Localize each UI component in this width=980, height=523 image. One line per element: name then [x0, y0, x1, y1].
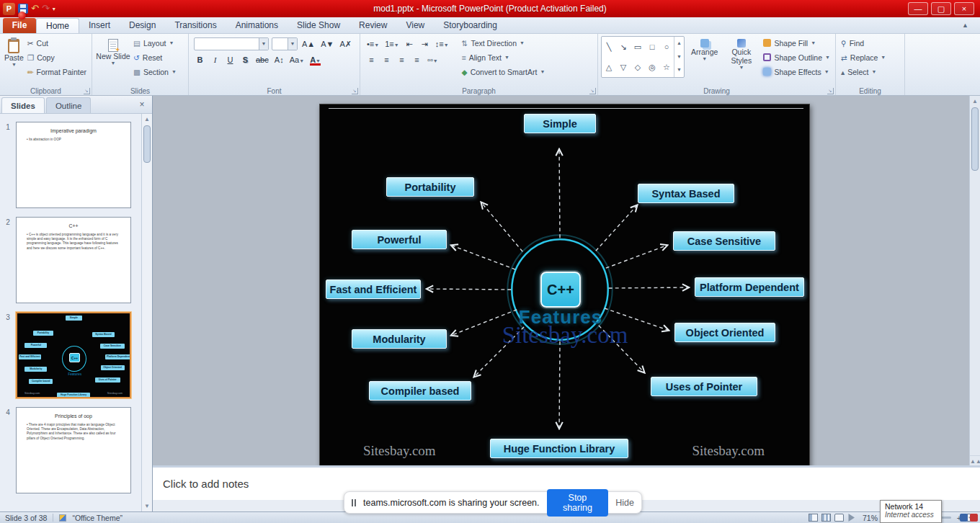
shape-fill-button[interactable]: Shape Fill▼ [761, 36, 832, 50]
shrink-font-button[interactable]: A▼ [319, 37, 335, 50]
text-direction-button[interactable]: ⇅Text Direction▼ [460, 36, 548, 50]
restore-button[interactable]: ▢ [931, 2, 951, 15]
find-button[interactable]: ⚲Find [839, 36, 901, 50]
notes-placeholder[interactable]: Click to add notes [153, 468, 980, 490]
slide-thumbnail-1[interactable]: Imperative paradigm• Its abstraction in … [16, 122, 131, 208]
ribbon-tab-home[interactable]: Home [36, 18, 79, 33]
ribbon-tab-animations[interactable]: Animations [226, 18, 288, 33]
convert-smartart-button[interactable]: ◆Convert to SmartArt▼ [460, 65, 548, 79]
shape-circle-icon[interactable]: ◎ [645, 57, 659, 77]
ribbon-tab-transitions[interactable]: Transitions [165, 18, 226, 33]
file-tab[interactable]: File [3, 18, 36, 33]
clear-formatting-button[interactable]: A✗ [338, 37, 353, 50]
minimize-ribbon-icon[interactable]: ▲ [962, 22, 968, 29]
feature-box-uses-of-pointer[interactable]: Uses of Pointer [651, 377, 757, 396]
shape-outline-button[interactable]: Shape Outline▼ [761, 50, 832, 64]
columns-button[interactable]: ▫▫▼ [426, 53, 440, 66]
select-button[interactable]: ▴Select▼ [839, 65, 901, 79]
shape-square-icon[interactable]: □ [645, 37, 659, 57]
tray-blue-icon[interactable] [960, 514, 968, 522]
slide-thumbnail-4[interactable]: Principles of oop• There are 4 major pri… [16, 407, 131, 493]
close-button[interactable]: × [954, 2, 974, 15]
feature-box-powerful[interactable]: Powerful [352, 230, 447, 249]
ribbon-tab-review[interactable]: Review [349, 18, 396, 33]
main-scrollbar-thumb[interactable] [971, 107, 979, 171]
tab-slides[interactable]: Slides [1, 97, 45, 113]
ribbon-tab-view[interactable]: View [396, 18, 434, 33]
shape-arrow-icon[interactable]: ↘ [616, 37, 631, 57]
slide-canvas[interactable]: Features Sitesbay.com C++ Sitesbay.com S… [319, 104, 810, 470]
shape-line-icon[interactable]: ╲ [602, 37, 616, 57]
grow-font-button[interactable]: A▲ [300, 37, 316, 50]
font-name-combobox[interactable]: ▼ [194, 37, 269, 50]
italic-button[interactable]: I [209, 53, 221, 66]
previous-slide-button[interactable]: ▲▲ [970, 455, 980, 466]
shapes-scroll-up-icon[interactable]: ▲ [674, 37, 684, 50]
normal-view-button[interactable] [808, 514, 818, 522]
shape-triangle-down-icon[interactable]: ▽ [616, 57, 631, 77]
align-left-button[interactable]: ≡ [365, 53, 378, 66]
clipboard-dialog-launcher[interactable]: ↘ [84, 88, 90, 94]
qat-customize-icon[interactable]: ▾ [53, 6, 55, 12]
feature-box-simple[interactable]: Simple [524, 114, 596, 133]
center-cpp-box[interactable]: C++ [540, 272, 581, 308]
layout-button[interactable]: ▤Layout▼ [131, 36, 179, 50]
cut-button[interactable]: ✂Cut [25, 36, 89, 50]
stop-sharing-button[interactable]: Stop sharing [547, 489, 609, 517]
close-panel-icon[interactable]: × [136, 99, 148, 109]
main-scrollbar[interactable]: ▲ ▲▲ ▼▼ [969, 96, 980, 477]
slide-thumbnail-2[interactable]: C++• C++ is object oriented programming … [16, 217, 131, 303]
arrange-button[interactable]: Arrange▼ [687, 36, 721, 84]
copy-button[interactable]: ❐Copy [25, 50, 89, 64]
feature-box-syntax-based[interactable]: Syntax Based [638, 184, 734, 203]
hide-share-bar-button[interactable]: Hide [615, 498, 634, 508]
new-slide-button[interactable]: ✦ New Slide▼ [95, 36, 131, 84]
feature-box-compiler-based[interactable]: Compiler based [369, 381, 471, 401]
slide-show-button[interactable] [847, 514, 855, 522]
feature-box-portability[interactable]: Portability [386, 177, 474, 197]
shape-diamond-icon[interactable]: ◇ [631, 57, 645, 77]
shapes-more-icon[interactable]: ▼ [674, 63, 684, 77]
feature-box-modularity[interactable]: Modularity [352, 329, 447, 349]
feature-box-object-oriented[interactable]: Object Oriented [674, 323, 775, 342]
justify-button[interactable]: ≡ [411, 53, 423, 66]
numbering-button[interactable]: 1≡▼ [383, 37, 400, 50]
font-color-button[interactable]: A▼ [308, 53, 322, 66]
ribbon-tab-storyboarding[interactable]: Storyboarding [434, 18, 507, 33]
paste-button[interactable]: Paste▼ [3, 36, 25, 84]
ribbon-tab-design[interactable]: Design [120, 18, 165, 33]
theme-name[interactable]: “Office Theme” [72, 514, 122, 522]
replace-button[interactable]: ⇄Replace▼ [839, 50, 901, 64]
format-painter-button[interactable]: ✏Format Painter [25, 65, 89, 79]
shape-triangle-icon[interactable]: △ [602, 57, 616, 77]
feature-box-platform-dependent[interactable]: Platform Dependent [695, 277, 804, 297]
character-spacing-button[interactable]: A↕ [273, 53, 285, 66]
shape-rectangle-icon[interactable]: ▭ [631, 37, 645, 57]
font-size-combobox[interactable]: ▼ [272, 37, 298, 50]
align-right-button[interactable]: ≡ [396, 53, 408, 66]
scroll-up-icon[interactable]: ▲ [142, 114, 152, 125]
tray-red-icon[interactable] [970, 514, 978, 522]
slides-panel-scrollbar[interactable]: ▲ ▼ [141, 114, 152, 511]
font-dialog-launcher[interactable]: ↘ [352, 88, 358, 94]
bullets-button[interactable]: •≡▼ [365, 37, 380, 50]
increase-indent-button[interactable]: ⇥ [419, 37, 431, 50]
shape-star-icon[interactable]: ☆ [659, 57, 674, 77]
slide-sorter-view-button[interactable] [821, 514, 831, 522]
scroll-down-icon[interactable]: ▼ [142, 501, 152, 511]
zoom-level[interactable]: 71% [863, 514, 878, 522]
minimize-button[interactable]: — [908, 2, 928, 15]
drawing-dialog-launcher[interactable]: ↘ [827, 88, 834, 94]
paragraph-dialog-launcher[interactable]: ↘ [589, 88, 596, 94]
ribbon-tab-insert[interactable]: Insert [79, 18, 120, 33]
align-text-button[interactable]: ≡Align Text▼ [460, 50, 548, 64]
ribbon-tab-slide-show[interactable]: Slide Show [288, 18, 349, 33]
reset-button[interactable]: ↺Reset [131, 50, 179, 64]
shape-effects-button[interactable]: Shape Effects▼ [761, 65, 832, 79]
reading-view-button[interactable] [834, 514, 844, 522]
line-spacing-button[interactable]: ↕≡▼ [434, 37, 450, 50]
tab-outline[interactable]: Outline [46, 97, 91, 113]
slide-indicator[interactable]: Slide 3 of 38 [5, 514, 47, 522]
decrease-indent-button[interactable]: ⇤ [404, 37, 416, 50]
scrollbar-thumb[interactable] [143, 125, 151, 163]
